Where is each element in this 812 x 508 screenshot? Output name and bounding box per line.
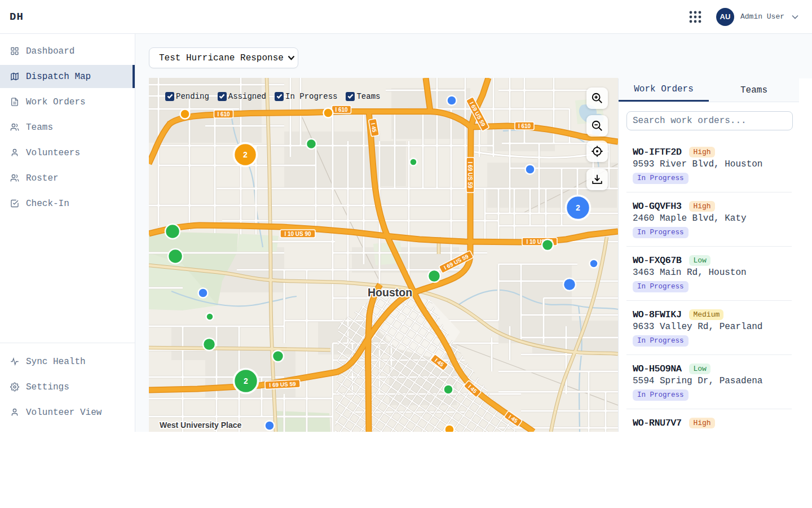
svg-text:2: 2 (244, 376, 248, 386)
svg-text:I 69 US 59: I 69 US 59 (467, 161, 473, 189)
svg-text:I 610: I 610 (217, 111, 230, 117)
svg-text:West University Place: West University Place (160, 421, 241, 430)
svg-text:2: 2 (576, 203, 580, 212)
svg-text:Houston: Houston (368, 286, 412, 299)
svg-text:I 10 US 90: I 10 US 90 (284, 231, 311, 237)
svg-text:I 610: I 610 (518, 123, 531, 129)
svg-text:2: 2 (243, 150, 248, 159)
svg-text:I 610: I 610 (335, 107, 348, 113)
